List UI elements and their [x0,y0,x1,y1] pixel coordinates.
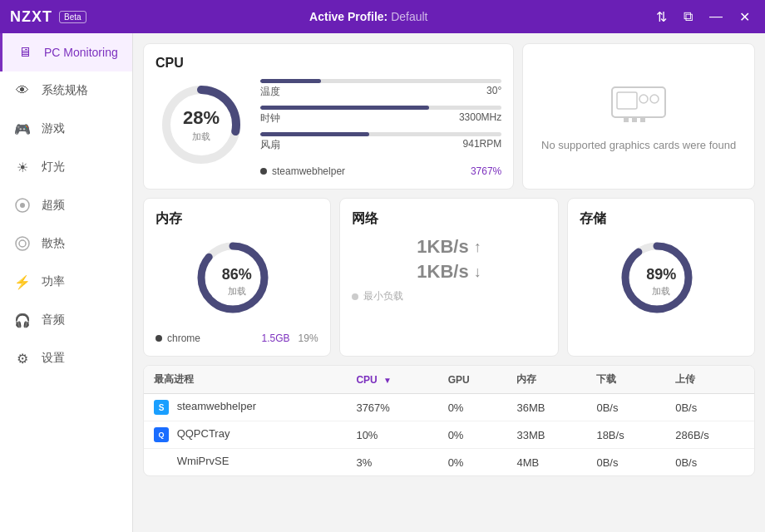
mem-process-size: 1.5GB [262,332,290,344]
sidebar-item-overclock[interactable]: 超频 [0,186,132,224]
proc-up-3: 0B/s [665,449,754,476]
svg-point-3 [19,240,26,247]
app-logo: NZXT [10,8,52,26]
close-btn[interactable]: ✕ [734,7,755,27]
cpu-fan-stat: 风扇 941RPM [260,132,501,152]
power-icon: ⚡ [13,273,32,291]
proc-up-2: 286B/s [665,421,754,449]
network-status: 最小负载 [352,289,547,303]
app-body: 🖥 PC Monitoring 👁 系统规格 🎮 游戏 ☀ 灯光 超频 散热 [0,33,765,532]
sidebar-item-settings[interactable]: ⚙ 设置 [0,339,132,377]
sidebar-label-settings: 设置 [42,351,65,366]
sidebar-item-cooling[interactable]: 散热 [0,224,132,263]
network-download-row: 1KB/s ↓ [417,261,481,283]
col-up: 上传 [665,366,754,394]
memory-percent: 86% [222,266,252,283]
table-row: S steamwebhelper 3767% 0% 36MB 0B/s 0B/s [144,394,754,421]
proc-name-3: WmiPrvSE [144,449,346,476]
cpu-stats: 温度 30° 时钟 3300MHz [260,79,501,177]
process-table-header: 最高进程 CPU ▼ GPU 内存 下载 上传 [144,366,754,394]
cpu-top-process: steamwebhelper 3767% [260,165,501,177]
storage-donut-wrapper: 89% 加载 [580,236,743,328]
temp-label: 温度 [260,85,280,99]
proc-cpu-1: 3767% [346,394,437,421]
sidebar-label-power: 功率 [42,274,65,289]
storage-load-label: 加载 [646,285,676,298]
sidebar-item-system-specs[interactable]: 👁 系统规格 [0,71,132,110]
monitor-icon: 🖥 [16,43,34,62]
svg-rect-11 [632,117,637,122]
memory-load-label: 加载 [222,285,252,298]
cpu-card-title: CPU [155,56,501,71]
cpu-card: CPU 28% 加载 [143,43,514,190]
cpu-donut: 28% 加载 [155,79,247,170]
storage-donut-label: 89% 加载 [646,266,676,298]
proc-gpu-2: 0% [438,421,507,449]
cpu-percent: 28% [183,107,220,128]
col-down: 下载 [586,366,665,394]
overclock-icon [13,196,32,214]
active-profile: Active Profile: Default [86,10,651,23]
main-content: CPU 28% 加载 [133,33,765,532]
sidebar: 🖥 PC Monitoring 👁 系统规格 🎮 游戏 ☀ 灯光 超频 散热 [0,33,133,532]
memory-card-title: 内存 [155,210,318,228]
headphones-icon: 🎧 [13,311,32,329]
cpu-card-body: 28% 加载 温度 30° [155,79,501,177]
network-upload-row: 1KB/s ↑ [417,236,481,258]
svg-point-8 [639,95,648,103]
proc-name-1: S steamwebhelper [144,394,346,421]
beta-badge: Beta [59,11,86,23]
proc-down-2: 18B/s [586,421,665,449]
process-name: steamwebhelper [272,165,345,177]
gpu-icon [609,79,669,129]
process-table-card: 最高进程 CPU ▼ GPU 内存 下载 上传 S steamwebhelper [143,365,755,476]
proc-mem-1: 36MB [506,394,586,421]
svg-rect-7 [617,92,637,109]
proc-mem-3: 4MB [506,449,586,476]
net-status-dot [352,293,358,300]
memory-donut-label: 86% 加载 [222,266,252,298]
sidebar-item-power[interactable]: ⚡ 功率 [0,263,132,301]
memory-card: 内存 86% 加载 chrome [143,198,331,357]
restore-btn[interactable]: ⧉ [679,7,698,26]
sidebar-label-cooling: 散热 [42,236,65,251]
sort-arrow-icon: ▼ [383,376,392,385]
proc-down-3: 0B/s [586,449,665,476]
memory-card-body: 86% 加载 chrome 1.5GB 19% [155,236,318,344]
sidebar-label-system-specs: 系统规格 [42,83,88,98]
sun-icon: ☀ [13,158,32,176]
col-process: 最高进程 [144,366,346,394]
storage-card-title: 存储 [580,210,743,228]
mem-process-dot [155,335,162,342]
eye-icon: 👁 [13,81,32,100]
proc-up-1: 0B/s [665,394,754,421]
cpu-donut-label: 28% 加载 [183,107,220,143]
qq-icon: Q [154,427,169,442]
minimize-btn[interactable]: — [704,7,728,26]
memory-donut: 86% 加载 [191,236,283,328]
cpu-load-label: 加载 [183,131,220,143]
process-table-body: S steamwebhelper 3767% 0% 36MB 0B/s 0B/s… [144,394,754,476]
sidebar-item-audio[interactable]: 🎧 音频 [0,301,132,339]
gear-icon: ⚙ [13,349,32,367]
process-pct: 3767% [471,165,501,177]
svg-rect-12 [640,117,645,122]
table-row: WmiPrvSE 3% 0% 4MB 0B/s 0B/s [144,449,754,476]
sidebar-item-games[interactable]: 🎮 游戏 [0,110,132,148]
storage-donut: 89% 加载 [615,236,707,328]
sidebar-item-pc-monitoring[interactable]: 🖥 PC Monitoring [0,33,132,71]
clock-label: 时钟 [260,111,280,126]
cooling-icon [13,234,32,253]
network-download-value: 1KB/s [417,261,468,283]
sidebar-item-lighting[interactable]: ☀ 灯光 [0,148,132,186]
sidebar-label-games: 游戏 [42,121,65,136]
gamepad-icon: 🎮 [13,120,32,138]
gpu-no-support-text: No supported graphics cards were found [541,137,736,154]
profile-switch-btn[interactable]: ⇅ [651,7,672,27]
svg-rect-10 [624,117,629,122]
sidebar-label-lighting: 灯光 [42,160,65,175]
col-cpu[interactable]: CPU ▼ [346,366,437,394]
proc-cpu-3: 3% [346,449,437,476]
svg-point-9 [650,95,659,103]
mem-process-pct: 19% [299,332,318,344]
